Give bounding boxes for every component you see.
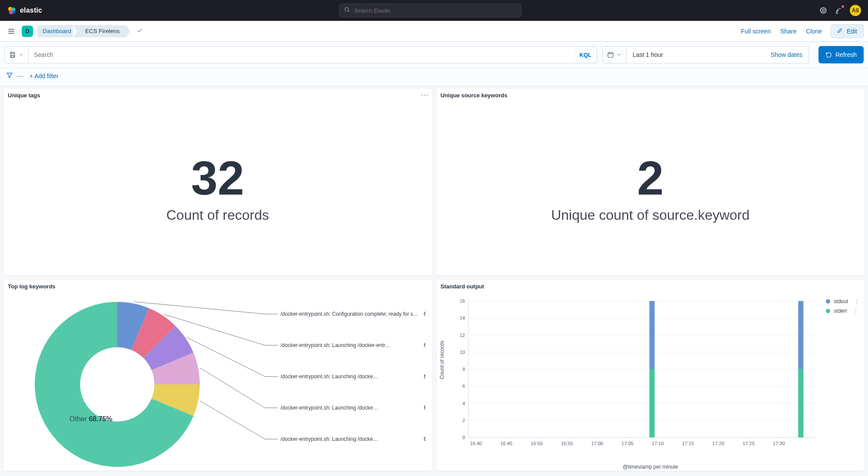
elastic-logo-icon (7, 6, 17, 15)
notification-dot (841, 5, 845, 8)
legend-item[interactable]: stderr⋮ (826, 308, 859, 314)
refresh-button[interactable]: Refresh (818, 46, 864, 63)
svg-point-3 (12, 11, 15, 14)
svg-text:/docker-entrypoint.sh: Launchi: /docker-entrypoint.sh: Launching /docke… (281, 374, 378, 380)
calendar-icon (607, 51, 614, 58)
date-range-display[interactable]: Last 1 hour Show dates (627, 46, 809, 63)
panel-unique-source-keywords: Unique source keywords 2 Unique count of… (436, 89, 865, 275)
global-search[interactable] (339, 3, 521, 17)
svg-text:/docker-entrypoint.sh: Configu: /docker-entrypoint.sh: Configuration com… (281, 311, 418, 317)
breadcrumb-item[interactable]: ECS Firelens (77, 25, 126, 37)
x-axis-title: @timestamp per minute (623, 464, 678, 470)
metric-value: 32 (191, 154, 244, 202)
panel-top-log-keywords: Top log keywords /docker-entrypoint.sh: … (3, 280, 432, 471)
kebab-icon[interactable]: ⋮ (853, 308, 858, 314)
breadcrumb: Dashboard ECS Firelens (37, 25, 126, 37)
refresh-icon (825, 52, 832, 58)
svg-text:16:45: 16:45 (500, 441, 512, 446)
panel-unique-tags: Unique tags 32 Count of records (3, 89, 432, 275)
panel-title: Top log keywords (3, 280, 432, 293)
svg-rect-54 (649, 301, 654, 369)
svg-point-9 (424, 95, 425, 96)
user-avatar[interactable]: AS (850, 5, 861, 16)
bar-chart: 024681012141616:4016:4516:5016:5517:0017… (452, 297, 860, 453)
svg-text:4: 4 (462, 401, 465, 406)
filter-settings-icon[interactable] (6, 72, 13, 80)
pencil-icon (837, 27, 843, 35)
time-label: Last 1 hour (633, 51, 663, 58)
svg-text:2: 2 (462, 418, 465, 423)
panel-menu-icon[interactable] (421, 91, 429, 99)
dashboard-grid: Unique tags 32 Count of records Unique s… (0, 86, 868, 473)
brand-name: elastic (20, 7, 42, 14)
svg-text:17:05: 17:05 (621, 441, 634, 446)
svg-text:/docker-entrypoint.sh: Launchi: /docker-entrypoint.sh: Launching /docker… (281, 342, 390, 348)
show-dates-link[interactable]: Show dates (771, 51, 802, 58)
bar-legend: stdout⋮ stderr⋮ (826, 298, 859, 314)
svg-point-10 (426, 95, 427, 96)
svg-rect-56 (798, 301, 803, 369)
kql-search-input[interactable] (29, 46, 574, 63)
chevron-down-icon (617, 52, 622, 57)
svg-text:12: 12 (459, 333, 465, 338)
date-quick-button[interactable] (602, 46, 627, 63)
svg-point-4 (345, 7, 348, 11)
metric-caption: Unique count of source.keyword (551, 207, 749, 223)
panel-title: Unique source keywords (436, 89, 865, 102)
edit-label: Edit (847, 28, 857, 35)
svg-point-6 (822, 10, 825, 12)
panel-standard-output: Standard output Count of records 0246810… (436, 280, 865, 471)
add-filter-button[interactable]: + Add filter (27, 72, 61, 80)
newsfeed-icon[interactable] (834, 6, 844, 15)
legend-label: stderr (834, 308, 847, 314)
svg-text:6.25%: 6.25% (424, 436, 426, 442)
svg-point-8 (421, 95, 422, 96)
svg-text:Other 68.75%: Other 68.75% (69, 415, 112, 423)
fullscreen-button[interactable]: Full screen (740, 25, 771, 37)
disk-icon (9, 51, 16, 58)
legend-item[interactable]: stdout⋮ (826, 298, 859, 304)
svg-text:6.25%: 6.25% (424, 342, 426, 348)
svg-text:16:50: 16:50 (531, 441, 543, 446)
svg-rect-55 (798, 369, 803, 437)
donut-chart: /docker-entrypoint.sh: Configuration com… (9, 298, 426, 471)
svg-text:17:10: 17:10 (652, 441, 664, 446)
svg-text:/docker-entrypoint.sh: Launchi: /docker-entrypoint.sh: Launching /docke… (281, 405, 378, 411)
svg-text:10: 10 (459, 350, 465, 355)
nav-toggle-icon[interactable] (5, 25, 17, 37)
svg-text:14: 14 (459, 315, 465, 321)
share-button[interactable]: Share (779, 25, 797, 37)
breadcrumb-item[interactable]: Dashboard (37, 25, 77, 37)
panel-title: Unique tags (3, 89, 432, 102)
svg-text:17:25: 17:25 (743, 441, 755, 446)
kebab-icon[interactable]: ⋮ (854, 298, 859, 304)
saved-check-icon (136, 27, 143, 36)
global-header: elastic AS (0, 0, 868, 21)
edit-button[interactable]: Edit (831, 24, 864, 38)
y-axis-title: Count of records (439, 340, 445, 379)
space-chip[interactable]: D (22, 26, 33, 37)
legend-label: stdout (834, 298, 848, 304)
svg-text:16:55: 16:55 (561, 441, 573, 446)
chevron-down-icon (19, 52, 24, 57)
elastic-logo[interactable]: elastic (7, 6, 42, 15)
svg-text:6.25%: 6.25% (424, 374, 426, 380)
app-toolbar: D Dashboard ECS Firelens Full screen Sha… (0, 21, 868, 42)
search-icon (344, 7, 350, 14)
svg-text:16:40: 16:40 (470, 441, 482, 446)
panel-title: Standard output (436, 280, 865, 293)
saved-queries-button[interactable] (4, 46, 29, 63)
svg-text:6.25%: 6.25% (424, 405, 426, 411)
svg-rect-7 (608, 53, 613, 57)
svg-text:0: 0 (462, 435, 465, 440)
query-language-switch[interactable]: KQL (574, 46, 597, 63)
svg-text:17:30: 17:30 (773, 441, 785, 446)
svg-text:8: 8 (462, 367, 465, 372)
help-icon[interactable] (818, 6, 828, 15)
query-bar: KQL Last 1 hour Show dates Refresh (0, 42, 868, 68)
metric-caption: Count of records (166, 207, 269, 223)
svg-text:17:15: 17:15 (682, 441, 694, 446)
clone-button[interactable]: Clone (805, 25, 823, 37)
global-search-input[interactable] (353, 7, 517, 14)
svg-text:17:00: 17:00 (591, 441, 603, 446)
